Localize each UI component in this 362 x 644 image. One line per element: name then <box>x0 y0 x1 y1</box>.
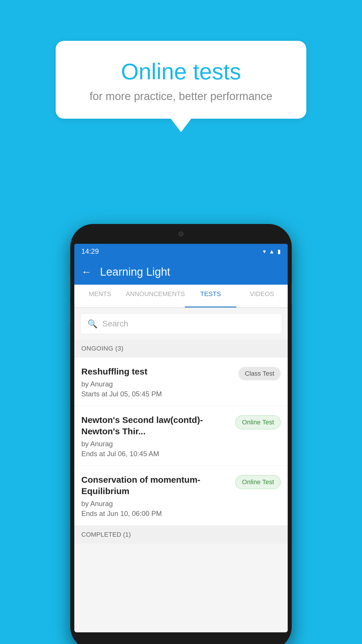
volume-down-button <box>70 303 71 323</box>
signal-icon: ▲ <box>269 248 275 255</box>
test-item[interactable]: Reshuffling test by Anurag Starts at Jul… <box>74 358 288 406</box>
background: Online tests for more practice, better p… <box>0 0 362 644</box>
test-badge-online: Online Test <box>235 415 281 429</box>
phone-bottom-bezel <box>70 632 292 644</box>
test-item-info: Newton's Second law(contd)-Newton's Thir… <box>81 414 235 458</box>
phone-frame: 14:29 ▾ ▲ ▮ ← Learning Light MENTS <box>70 224 292 644</box>
phone-top-bezel <box>70 224 292 244</box>
phone-container: 14:29 ▾ ▲ ▮ ← Learning Light MENTS <box>70 224 292 644</box>
test-item-name: Conservation of momentum-Equilibrium <box>81 474 231 497</box>
app-bar: ← Learning Light <box>74 259 288 285</box>
front-camera <box>178 231 184 237</box>
back-button[interactable]: ← <box>81 266 92 278</box>
ongoing-section-header: ONGOING (3) <box>74 340 288 358</box>
tab-announcements[interactable]: ANNOUNCEMENTS <box>126 285 185 307</box>
volume-up-button <box>70 276 71 297</box>
test-item-time: Ends at Jul 06, 10:45 AM <box>81 450 231 458</box>
completed-section-header: COMPLETED (1) <box>74 526 288 544</box>
test-item-name: Reshuffling test <box>81 366 234 377</box>
tab-videos[interactable]: VIDEOS <box>236 285 288 307</box>
test-item-info: Reshuffling test by Anurag Starts at Jul… <box>81 366 238 398</box>
speech-bubble: Online tests for more practice, better p… <box>56 41 306 119</box>
phone-notch <box>165 228 197 240</box>
test-badge-online: Online Test <box>235 475 281 489</box>
speech-bubble-subtitle: for more practice, better performance <box>79 90 283 103</box>
app-bar-title: Learning Light <box>100 266 170 278</box>
search-icon: 🔍 <box>87 319 98 329</box>
search-container: 🔍 Search <box>74 308 288 340</box>
phone-screen: 14:29 ▾ ▲ ▮ ← Learning Light MENTS <box>74 244 288 632</box>
test-item-info: Conservation of momentum-Equilibrium by … <box>81 474 235 518</box>
test-item[interactable]: Conservation of momentum-Equilibrium by … <box>74 466 288 526</box>
status-time: 14:29 <box>81 247 99 256</box>
test-item[interactable]: Newton's Second law(contd)-Newton's Thir… <box>74 406 288 466</box>
speech-bubble-title: Online tests <box>79 58 283 85</box>
test-item-by: by Anurag <box>81 440 231 448</box>
speech-bubble-container: Online tests for more practice, better p… <box>56 41 306 119</box>
test-item-by: by Anurag <box>81 500 231 508</box>
wifi-icon: ▾ <box>263 248 266 255</box>
search-bar[interactable]: 🔍 Search <box>80 313 282 334</box>
search-placeholder: Search <box>102 319 128 328</box>
test-list: Reshuffling test by Anurag Starts at Jul… <box>74 358 288 526</box>
test-item-by: by Anurag <box>81 380 234 388</box>
test-item-name: Newton's Second law(contd)-Newton's Thir… <box>81 414 231 437</box>
test-badge-class: Class Test <box>238 367 281 380</box>
tab-bar: MENTS ANNOUNCEMENTS TESTS VIDEOS <box>74 285 288 308</box>
power-button <box>291 282 292 306</box>
status-icons: ▾ ▲ ▮ <box>263 248 281 255</box>
battery-icon: ▮ <box>277 248 281 255</box>
status-bar: 14:29 ▾ ▲ ▮ <box>74 244 288 259</box>
test-item-time: Starts at Jul 05, 05:45 PM <box>81 390 234 398</box>
tab-ments[interactable]: MENTS <box>74 285 126 307</box>
test-item-time: Ends at Jun 10, 06:00 PM <box>81 510 231 518</box>
tab-tests[interactable]: TESTS <box>185 285 236 307</box>
